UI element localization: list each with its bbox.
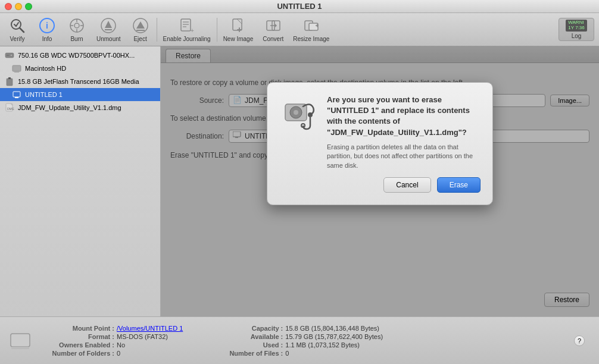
svg-text:+: + xyxy=(191,27,194,34)
svg-rect-56 xyxy=(11,347,29,349)
files-row: Number of Files : 0 xyxy=(211,350,383,357)
log-badge-line2: 1Y 7:36 xyxy=(568,26,584,31)
sidebar-item-macintosh-hd[interactable]: Macintosh HD xyxy=(0,62,160,75)
info-left: Mount Point : /Volumes/UNTITLED 1 Format… xyxy=(43,325,183,357)
svg-text:DMG: DMG xyxy=(7,107,14,111)
used-row: Used : 1.1 MB (1,073,152 Bytes) xyxy=(211,341,383,349)
svg-point-51 xyxy=(294,110,298,115)
used-value: 1.1 MB (1,073,152 Bytes) xyxy=(285,341,360,349)
sidebar: 750.16 GB WDC WD7500BPVT-00HX... Macinto… xyxy=(0,46,161,316)
separator-2 xyxy=(217,18,217,42)
bottom-bar: Mount Point : /Volumes/UNTITLED 1 Format… xyxy=(0,316,599,364)
format-label: Format : xyxy=(43,333,114,340)
unmount-label: Unmount xyxy=(96,36,121,42)
minimize-button[interactable] xyxy=(15,3,22,10)
files-value: 0 xyxy=(285,350,289,357)
sidebar-item-untitled1[interactable]: UNTITLED 1 xyxy=(0,88,160,101)
enable-journaling-icon: + xyxy=(177,17,196,34)
sidebar-item-dmg[interactable]: DMG JDM_FW_Update_Utility_V1.1.dmg xyxy=(0,101,160,114)
maximize-button[interactable] xyxy=(25,3,32,10)
capacity-value: 15.8 GB (15,804,136,448 Bytes) xyxy=(285,325,379,332)
erase-button[interactable]: Erase xyxy=(437,177,481,193)
sidebar-item-hdd[interactable]: 750.16 GB WDC WD7500BPVT-00HX... xyxy=(0,49,160,62)
jetflash-label: 15.8 GB JetFlash Transcend 16GB Media xyxy=(18,78,139,85)
folders-row: Number of Folders : 0 xyxy=(43,350,183,357)
verify-icon xyxy=(8,17,27,34)
traffic-lights xyxy=(5,3,32,10)
macintosh-hd-label: Macintosh HD xyxy=(25,65,66,72)
resize-image-label: Resize Image xyxy=(293,36,329,42)
svg-rect-18 xyxy=(181,19,191,31)
resize-image-button[interactable]: Resize Image xyxy=(288,15,334,45)
modal-overlay: Are you sure you want to erase "UNTITLED… xyxy=(161,46,599,316)
svg-marker-30 xyxy=(275,24,277,27)
svg-point-7 xyxy=(74,23,79,28)
modal-body: Erasing a partition deletes all the data… xyxy=(327,143,481,170)
hdd-icon xyxy=(5,51,14,60)
svg-line-3 xyxy=(16,23,18,26)
eject-icon xyxy=(131,17,150,34)
files-label: Number of Files : xyxy=(211,350,283,357)
toolbar: Verify i Info Burn xyxy=(0,13,599,46)
svg-rect-39 xyxy=(14,71,19,73)
burn-label: Burn xyxy=(70,36,83,42)
info-icon: i xyxy=(38,17,57,34)
svg-rect-55 xyxy=(11,334,30,347)
folders-value: 0 xyxy=(117,350,120,357)
svg-rect-41 xyxy=(8,77,11,79)
owners-label: Owners Enabled : xyxy=(43,341,114,349)
info-right: Capacity : 15.8 GB (15,804,136,448 Bytes… xyxy=(211,325,383,357)
owners-value: No xyxy=(117,341,125,349)
svg-point-36 xyxy=(10,54,13,57)
modal-title: Are you sure you want to erase "UNTITLED… xyxy=(327,95,481,138)
separator-1 xyxy=(157,18,157,42)
available-label: Available : xyxy=(211,333,283,340)
help-button[interactable]: ? xyxy=(574,335,585,346)
format-value: MS-DOS (FAT32) xyxy=(117,333,168,340)
modal-header: Are you sure you want to erase "UNTITLED… xyxy=(279,95,481,170)
close-button[interactable] xyxy=(5,3,12,10)
new-image-button[interactable]: New Image xyxy=(219,15,258,45)
enable-journaling-label: Enable Journaling xyxy=(163,36,211,42)
dmg-icon: DMG xyxy=(5,103,14,112)
format-row: Format : MS-DOS (FAT32) xyxy=(43,333,183,340)
convert-button[interactable]: Convert xyxy=(258,15,288,45)
modal-disk-icon xyxy=(279,95,317,133)
svg-rect-43 xyxy=(15,97,18,98)
new-image-label: New Image xyxy=(223,36,254,42)
enable-journaling-button[interactable]: + Enable Journaling xyxy=(158,15,216,45)
svg-rect-42 xyxy=(13,92,20,97)
info-button[interactable]: i Info xyxy=(32,15,62,45)
svg-rect-32 xyxy=(309,23,318,30)
unmount-icon xyxy=(99,17,118,34)
eject-label: Eject xyxy=(133,36,146,42)
owners-row: Owners Enabled : No xyxy=(43,341,183,349)
new-image-icon xyxy=(229,17,248,34)
log-badge: WARNI 1Y 7:36 xyxy=(566,20,586,32)
mount-point-row: Mount Point : /Volumes/UNTITLED 1 xyxy=(43,325,183,332)
verify-label: Verify xyxy=(10,36,24,42)
burn-button[interactable]: Burn xyxy=(62,15,92,45)
unmount-button[interactable]: Unmount xyxy=(92,15,126,45)
sidebar-item-jetflash[interactable]: 15.8 GB JetFlash Transcend 16GB Media xyxy=(0,75,160,88)
svg-line-1 xyxy=(20,28,24,32)
verify-button[interactable]: Verify xyxy=(2,15,32,45)
convert-label: Convert xyxy=(263,36,283,42)
log-area[interactable]: WARNI 1Y 7:36 Log xyxy=(559,18,594,41)
folders-label: Number of Folders : xyxy=(43,350,114,357)
hdd-label: 750.16 GB WDC WD7500BPVT-00HX... xyxy=(18,52,135,59)
used-label: Used : xyxy=(211,341,283,349)
capacity-label: Capacity : xyxy=(211,325,283,332)
cancel-button[interactable]: Cancel xyxy=(383,177,430,193)
window-title: UNTITLED 1 xyxy=(277,2,322,11)
convert-icon xyxy=(264,17,283,34)
svg-rect-38 xyxy=(13,65,21,71)
eject-button[interactable]: Eject xyxy=(126,15,155,45)
modal-buttons: Cancel Erase xyxy=(279,177,481,193)
untitled1-icon xyxy=(12,90,21,99)
modal-dialog: Are you sure you want to erase "UNTITLED… xyxy=(267,82,493,205)
jetflash-icon xyxy=(5,77,14,86)
mount-point-value[interactable]: /Volumes/UNTITLED 1 xyxy=(117,325,183,332)
info-label: Info xyxy=(42,36,52,42)
dmg-label: JDM_FW_Update_Utility_V1.1.dmg xyxy=(18,104,121,111)
